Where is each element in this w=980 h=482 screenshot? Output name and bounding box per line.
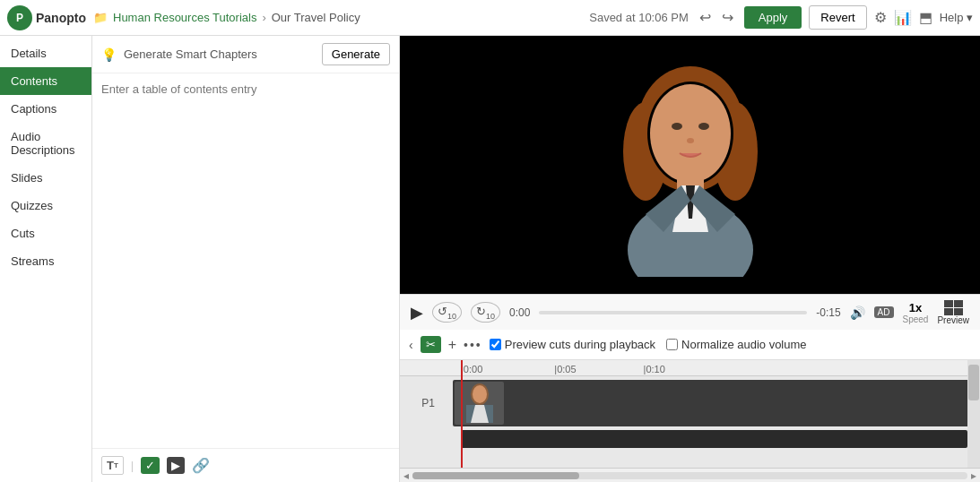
header-icons: ⚙ 📊 ⬒ <box>874 9 932 26</box>
share-icon[interactable]: ⬒ <box>919 9 932 26</box>
breadcrumb-current: Our Travel Policy <box>272 11 360 24</box>
preview-label: Preview <box>937 315 969 325</box>
play-icon[interactable]: ▶ <box>167 457 185 474</box>
track-thumb-image <box>457 383 502 423</box>
svg-point-16 <box>473 385 487 403</box>
video-center <box>472 36 908 294</box>
timeline-more-button[interactable]: ••• <box>464 338 482 352</box>
preview-cell-1 <box>944 300 953 307</box>
svg-point-4 <box>650 84 731 183</box>
undo-redo-group: ↩ ↪ <box>696 7 737 28</box>
link-icon[interactable]: 🔗 <box>192 457 210 474</box>
ad-badge[interactable]: AD <box>874 306 894 318</box>
ruler-mark-10: |0:10 <box>644 364 665 374</box>
toolbar-separator-1: | <box>131 459 134 472</box>
speed-value[interactable]: 1x <box>909 301 922 314</box>
smart-chapters-label: Generate Smart Chapters <box>124 47 315 61</box>
presenter-image <box>592 53 789 277</box>
apply-button[interactable]: Apply <box>744 6 802 29</box>
smart-chapters-bar: 💡 Generate Smart Chapters Generate <box>92 36 399 73</box>
normalize-checkbox-group[interactable]: Normalize audio volume <box>666 338 806 351</box>
timeline-toolbar: ‹ ✂ + ••• Preview cuts during playback N… <box>400 330 980 360</box>
logo-icon: P <box>7 5 32 30</box>
video-area: ▶ ↺10 ↻10 0:00 -0:15 🔊 AD 1x Speed <box>400 36 980 482</box>
track-content-p1[interactable] <box>453 380 976 426</box>
sidebar-item-streams[interactable]: Streams <box>0 247 91 275</box>
bulb-icon: 💡 <box>101 47 117 62</box>
sidebar-item-audio-descriptions[interactable]: Audio Descriptions <box>0 123 91 164</box>
preview-cell-3 <box>944 308 953 315</box>
preview-group[interactable]: Preview <box>937 300 969 325</box>
preview-cuts-checkbox-group[interactable]: Preview cuts during playback <box>490 338 655 351</box>
revert-button[interactable]: Revert <box>809 5 866 30</box>
cut-icon[interactable]: ✂ <box>421 336 441 353</box>
timeline-back-button[interactable]: ‹ <box>409 338 413 352</box>
preview-cell-2 <box>954 300 963 307</box>
timeline-track: |0:00 |0:05 |0:10 P1 <box>400 360 980 468</box>
svg-point-5 <box>672 123 682 130</box>
playback-controls: ▶ ↺10 ↻10 0:00 -0:15 🔊 AD 1x Speed <box>400 294 980 330</box>
svg-point-6 <box>698 123 709 130</box>
app-header: P Panopto 📁 Human Resources Tutorials › … <box>0 0 980 36</box>
redo-button[interactable]: ↪ <box>718 7 737 28</box>
saved-status: Saved at 10:06 PM <box>589 11 689 24</box>
rewind-10-button[interactable]: ↺10 <box>432 302 462 323</box>
play-button[interactable]: ▶ <box>411 303 423 323</box>
app-logo: P Panopto <box>7 5 86 30</box>
toc-entry-input[interactable] <box>92 73 399 448</box>
forward-10-button[interactable]: ↻10 <box>471 302 500 323</box>
sidebar-item-cuts[interactable]: Cuts <box>0 219 91 247</box>
track-label-p1: P1 <box>403 397 453 409</box>
folder-icon: 📁 <box>93 11 108 24</box>
progress-bar[interactable] <box>539 311 807 314</box>
generate-button[interactable]: Generate <box>322 43 390 65</box>
speed-label: Speed <box>903 314 929 324</box>
undo-button[interactable]: ↩ <box>696 7 715 28</box>
breadcrumb-sep: › <box>262 11 265 24</box>
vertical-scrollbar[interactable] <box>967 360 980 468</box>
check-icon[interactable]: ✓ <box>141 457 160 474</box>
video-right-black <box>908 36 980 294</box>
analytics-icon[interactable]: 📊 <box>894 9 912 26</box>
help-button[interactable]: Help ▾ <box>940 11 973 24</box>
preview-cell-4 <box>954 308 963 315</box>
timeline-add-button[interactable]: + <box>448 337 456 353</box>
sidebar-item-quizzes[interactable]: Quizzes <box>0 192 91 219</box>
scrollbar-thumb[interactable] <box>968 365 979 400</box>
main-content: Details Contents Captions Audio Descript… <box>0 36 980 482</box>
normalize-checkbox[interactable] <box>666 339 678 350</box>
contents-panel: 💡 Generate Smart Chapters Generate TT | … <box>92 36 400 482</box>
horizontal-scrollbar[interactable]: ◂ ▸ <box>400 468 980 482</box>
normalize-label[interactable]: Normalize audio volume <box>681 338 806 351</box>
preview-cuts-label[interactable]: Preview cuts during playback <box>505 338 655 351</box>
ruler-mark-0: |0:00 <box>461 364 482 374</box>
video-panel <box>400 36 980 294</box>
audio-track <box>461 430 967 448</box>
settings-icon[interactable]: ⚙ <box>874 9 887 26</box>
sidebar-item-contents[interactable]: Contents <box>0 67 91 95</box>
sidebar-item-details[interactable]: Details <box>0 39 91 67</box>
sidebar-item-slides[interactable]: Slides <box>0 164 91 192</box>
volume-button[interactable]: 🔊 <box>850 306 865 320</box>
video-left-black <box>400 36 472 294</box>
time-remaining: -0:15 <box>816 306 840 319</box>
scroll-left-button[interactable]: ◂ <box>403 469 409 482</box>
scroll-track[interactable] <box>412 472 967 479</box>
playhead <box>461 360 463 468</box>
track-row-p1: P1 <box>400 376 980 430</box>
toc-toolbar: TT | ✓ ▶ 🔗 <box>92 448 399 482</box>
logo-text: Panopto <box>36 11 86 25</box>
speed-group: 1x Speed <box>903 301 929 324</box>
time-current: 0:00 <box>509 306 530 319</box>
preview-cuts-checkbox[interactable] <box>490 339 501 350</box>
breadcrumb-folder[interactable]: Human Resources Tutorials <box>113 11 256 24</box>
sidebar-item-captions[interactable]: Captions <box>0 95 91 123</box>
text-format-icon[interactable]: TT <box>101 456 124 475</box>
svg-point-7 <box>687 138 694 143</box>
sidebar: Details Contents Captions Audio Descript… <box>0 36 92 482</box>
breadcrumb: 📁 Human Resources Tutorials › Our Travel… <box>93 11 360 24</box>
scroll-right-button[interactable]: ▸ <box>971 469 976 482</box>
scroll-fill <box>412 472 579 479</box>
preview-grid-icon <box>944 300 963 315</box>
timeline-ruler: |0:00 |0:05 |0:10 <box>400 360 980 376</box>
